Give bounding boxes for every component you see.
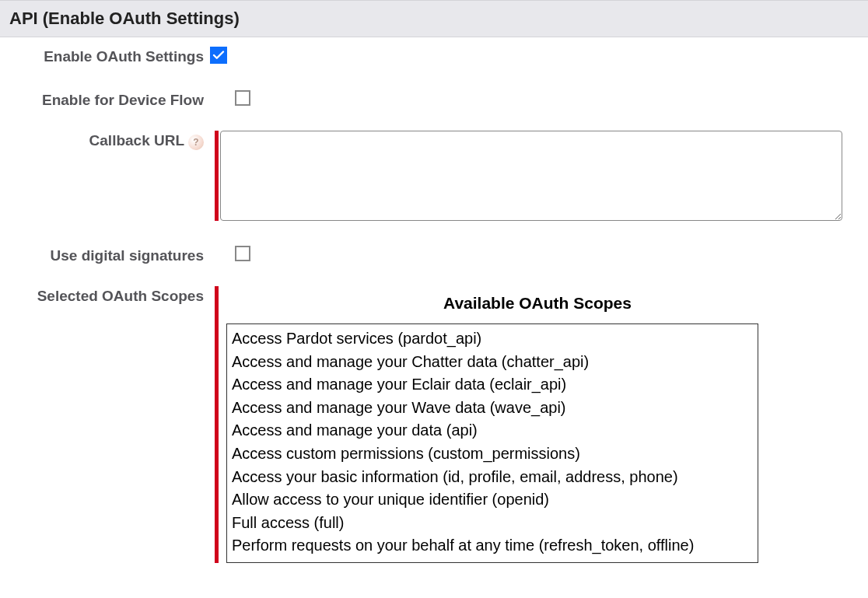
list-item[interactable]: Access and manage your Chatter data (cha… bbox=[232, 351, 753, 374]
list-item[interactable]: Full access (full) bbox=[232, 512, 753, 535]
form-area: Enable OAuth Settings Enable for Device … bbox=[0, 37, 868, 582]
row-enable-oauth: Enable OAuth Settings bbox=[0, 44, 868, 65]
available-scopes-panel: Available OAuth Scopes Access Pardot ser… bbox=[226, 286, 849, 563]
required-indicator bbox=[215, 286, 219, 563]
list-item[interactable]: Perform requests on your behalf at any t… bbox=[232, 534, 753, 558]
list-item[interactable]: Access and manage your Wave data (wave_a… bbox=[232, 397, 753, 420]
callback-url-label: Callback URL bbox=[89, 132, 184, 149]
list-item[interactable]: Access and manage your data (api) bbox=[232, 419, 753, 442]
row-callback-url: Callback URL ? bbox=[0, 131, 868, 221]
row-digital-signatures: Use digital signatures bbox=[0, 243, 868, 264]
list-item[interactable]: Access and manage your Eclair data (ecla… bbox=[232, 373, 753, 397]
device-flow-checkbox[interactable] bbox=[235, 90, 250, 106]
row-device-flow: Enable for Device Flow bbox=[0, 87, 868, 109]
list-item[interactable]: Access your basic information (id, profi… bbox=[232, 466, 753, 489]
list-item[interactable]: Access Pardot services (pardot_api) bbox=[232, 327, 753, 351]
enable-oauth-checkbox[interactable] bbox=[210, 47, 227, 64]
digital-signatures-label: Use digital signatures bbox=[0, 243, 210, 264]
check-icon bbox=[212, 48, 226, 62]
list-item[interactable]: Allow access to your unique identifier (… bbox=[232, 488, 753, 512]
selected-scopes-label: Selected OAuth Scopes bbox=[0, 286, 210, 305]
required-indicator bbox=[215, 131, 219, 221]
available-scopes-title: Available OAuth Scopes bbox=[226, 286, 849, 323]
enable-oauth-label: Enable OAuth Settings bbox=[0, 44, 210, 65]
section-title: API (Enable OAuth Settings) bbox=[0, 0, 868, 37]
list-item[interactable]: Access custom permissions (custom_permis… bbox=[232, 442, 753, 466]
row-selected-scopes: Selected OAuth Scopes Available OAuth Sc… bbox=[0, 286, 868, 563]
digital-signatures-checkbox[interactable] bbox=[235, 246, 250, 261]
callback-url-input[interactable] bbox=[220, 131, 842, 221]
help-icon[interactable]: ? bbox=[188, 135, 204, 150]
available-scopes-list[interactable]: Access Pardot services (pardot_api) Acce… bbox=[226, 323, 758, 563]
device-flow-label: Enable for Device Flow bbox=[0, 87, 210, 109]
